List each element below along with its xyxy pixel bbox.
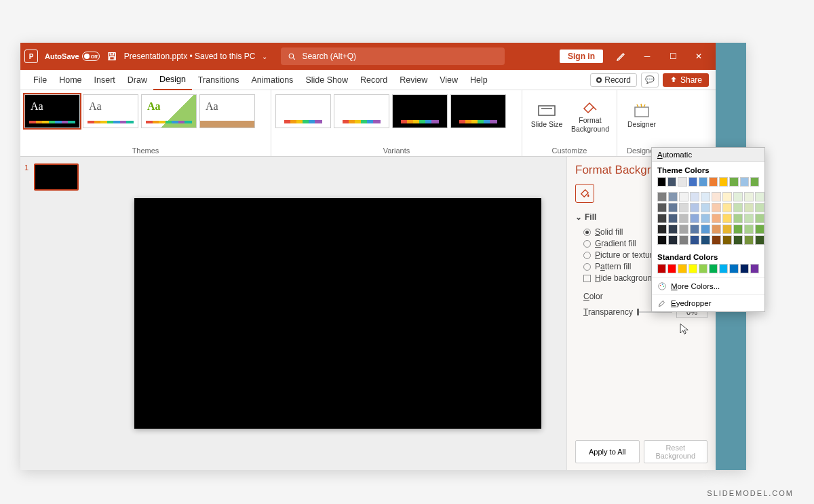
color-swatch[interactable] — [712, 214, 721, 223]
document-title[interactable]: Presentation.pptx • Saved to this PC — [124, 52, 256, 61]
menu-record[interactable]: Record — [354, 70, 393, 90]
color-swatch[interactable] — [722, 214, 732, 223]
share-button[interactable]: Share — [663, 73, 709, 87]
color-swatch[interactable] — [667, 177, 676, 187]
menu-transitions[interactable]: Transitions — [192, 70, 246, 90]
format-background-button[interactable]: Format Background — [570, 94, 610, 138]
color-swatch[interactable] — [690, 203, 699, 212]
color-swatch[interactable] — [722, 235, 732, 245]
color-swatch[interactable] — [733, 203, 743, 212]
color-swatch[interactable] — [733, 192, 743, 201]
color-swatch[interactable] — [679, 214, 689, 223]
color-swatch[interactable] — [657, 225, 667, 234]
variant-thumb-4[interactable] — [450, 94, 506, 128]
color-swatch[interactable] — [678, 177, 686, 187]
color-swatch[interactable] — [679, 235, 689, 245]
color-swatch[interactable] — [690, 235, 699, 245]
color-swatch[interactable] — [755, 203, 764, 212]
color-swatch[interactable] — [657, 214, 667, 223]
color-swatch[interactable] — [701, 203, 710, 212]
menu-home[interactable]: Home — [53, 70, 88, 90]
maximize-button[interactable]: ☐ — [660, 43, 686, 70]
color-swatch[interactable] — [701, 214, 710, 223]
color-swatch[interactable] — [750, 264, 759, 273]
color-swatch[interactable] — [733, 225, 743, 234]
slide-thumbnail-1[interactable] — [34, 163, 79, 191]
menu-animations[interactable]: Animations — [246, 70, 300, 90]
color-swatch[interactable] — [701, 192, 710, 201]
color-swatch[interactable] — [722, 192, 732, 201]
variant-thumb-1[interactable] — [275, 94, 331, 128]
color-swatch[interactable] — [668, 214, 678, 223]
theme-thumb-4[interactable]: Aa — [199, 94, 255, 128]
search-box[interactable]: Search (Alt+Q) — [281, 47, 505, 65]
color-swatch[interactable] — [744, 235, 754, 245]
theme-thumb-2[interactable]: Aa — [83, 94, 138, 128]
theme-thumb-1[interactable]: Aa — [24, 94, 80, 128]
color-swatch[interactable] — [657, 177, 666, 187]
color-swatch[interactable] — [755, 225, 764, 234]
menu-slideshow[interactable]: Slide Show — [299, 70, 354, 90]
save-icon[interactable] — [106, 51, 117, 62]
variant-thumb-2[interactable] — [334, 94, 389, 128]
color-swatch[interactable] — [667, 264, 676, 273]
pen-icon[interactable] — [608, 43, 634, 70]
color-swatch[interactable] — [668, 235, 678, 245]
color-swatch[interactable] — [712, 192, 721, 201]
autosave-toggle[interactable]: AutoSave Off — [45, 52, 100, 61]
designer-button[interactable]: Designer — [621, 94, 662, 138]
slide-canvas[interactable] — [134, 198, 541, 429]
menu-draw[interactable]: Draw — [121, 70, 153, 90]
color-swatch[interactable] — [679, 192, 689, 201]
color-swatch[interactable] — [679, 225, 689, 234]
color-swatch[interactable] — [657, 203, 667, 212]
color-swatch[interactable] — [690, 225, 699, 234]
automatic-color-item[interactable]: Automatic — [652, 148, 764, 162]
color-swatch[interactable] — [755, 235, 764, 245]
color-swatch[interactable] — [733, 214, 743, 223]
color-swatch[interactable] — [701, 235, 710, 245]
color-swatch[interactable] — [744, 214, 754, 223]
color-swatch[interactable] — [699, 264, 708, 273]
toggle-switch[interactable]: Off — [82, 52, 100, 61]
apply-to-all-button[interactable]: Apply to All — [575, 440, 640, 463]
theme-thumb-3[interactable]: Aa — [141, 94, 197, 128]
color-swatch[interactable] — [668, 225, 678, 234]
signin-button[interactable]: Sign in — [560, 50, 603, 63]
menu-view[interactable]: View — [433, 70, 464, 90]
color-swatch[interactable] — [712, 203, 721, 212]
record-button[interactable]: Record — [590, 73, 637, 87]
color-swatch[interactable] — [689, 264, 697, 273]
color-swatch[interactable] — [712, 225, 721, 234]
slide-size-button[interactable]: Slide Size — [526, 94, 567, 138]
menu-insert[interactable]: Insert — [88, 70, 121, 90]
color-swatch[interactable] — [690, 192, 699, 201]
color-swatch[interactable] — [712, 235, 721, 245]
more-colors-item[interactable]: More Colors... — [652, 277, 764, 294]
color-swatch[interactable] — [690, 214, 699, 223]
color-swatch[interactable] — [744, 225, 754, 234]
color-swatch[interactable] — [701, 225, 710, 234]
menu-file[interactable]: File — [27, 70, 53, 90]
color-swatch[interactable] — [668, 203, 678, 212]
color-swatch[interactable] — [722, 203, 732, 212]
color-swatch[interactable] — [668, 192, 678, 201]
color-swatch[interactable] — [719, 264, 728, 273]
color-swatch[interactable] — [733, 235, 743, 245]
menu-review[interactable]: Review — [393, 70, 433, 90]
color-swatch[interactable] — [755, 192, 764, 201]
color-swatch[interactable] — [719, 177, 728, 187]
color-swatch[interactable] — [689, 177, 697, 187]
color-swatch[interactable] — [744, 203, 754, 212]
menu-design[interactable]: Design — [153, 70, 192, 90]
color-swatch[interactable] — [744, 192, 754, 201]
color-swatch[interactable] — [657, 192, 667, 201]
comments-button[interactable]: 💬 — [641, 73, 659, 88]
eyedropper-item[interactable]: Eyedropper — [652, 294, 764, 311]
color-swatch[interactable] — [740, 264, 749, 273]
color-swatch[interactable] — [709, 177, 718, 187]
color-swatch[interactable] — [699, 177, 708, 187]
menu-help[interactable]: Help — [464, 70, 494, 90]
color-swatch[interactable] — [678, 264, 686, 273]
color-swatch[interactable] — [729, 177, 738, 187]
